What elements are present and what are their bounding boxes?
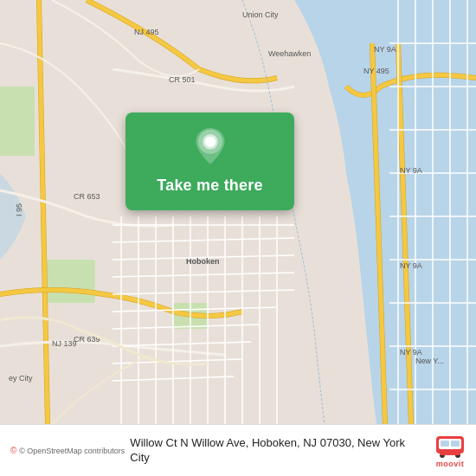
svg-text:I 95: I 95 — [15, 203, 23, 216]
svg-text:NJ 495: NJ 495 — [134, 28, 159, 36]
osm-text: © OpenStreetMap contributors — [19, 447, 125, 455]
location-card: Take me there — [125, 113, 294, 210]
svg-text:NY 9A: NY 9A — [400, 166, 422, 175]
svg-text:ey City: ey City — [9, 374, 33, 383]
svg-rect-64 — [451, 441, 460, 447]
svg-rect-62 — [440, 452, 460, 455]
svg-text:Union City: Union City — [242, 10, 279, 19]
moovit-logo: moovit — [434, 433, 466, 468]
svg-rect-63 — [441, 441, 449, 447]
svg-text:NY 9A: NY 9A — [374, 45, 396, 54]
take-me-there-button[interactable]: Take me there — [157, 173, 262, 198]
map-view: I 95 NJ 495 NY 495 NY 9A NY 9A NY 9A NY … — [0, 0, 476, 424]
address-label: Willow Ct N Willow Ave, Hoboken, NJ 0703… — [130, 436, 428, 466]
moovit-label: moovit — [436, 460, 465, 468]
svg-text:Hoboken: Hoboken — [186, 257, 220, 266]
svg-rect-3 — [0, 87, 35, 156]
svg-text:NY 9A: NY 9A — [400, 348, 422, 357]
osm-attribution: © © OpenStreetMap contributors — [10, 446, 125, 455]
location-pin-icon — [192, 128, 228, 164]
svg-rect-1 — [43, 260, 95, 303]
svg-text:New Y...: New Y... — [415, 357, 444, 365]
svg-text:NY 9A: NY 9A — [400, 261, 422, 270]
svg-text:CR 501: CR 501 — [169, 75, 196, 84]
svg-point-57 — [204, 137, 215, 147]
svg-text:CR 653: CR 653 — [74, 192, 100, 201]
svg-text:Weehawken: Weehawken — [268, 49, 311, 58]
svg-text:NY 495: NY 495 — [363, 67, 389, 75]
bottom-bar: © © OpenStreetMap contributors Willow Ct… — [0, 424, 476, 476]
moovit-icon-svg — [434, 433, 466, 459]
